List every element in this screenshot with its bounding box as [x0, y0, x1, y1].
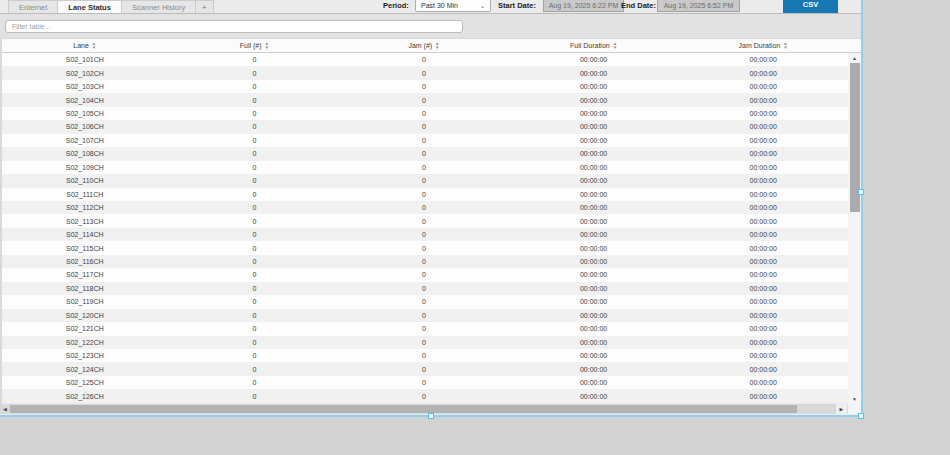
cell-full: 0 — [170, 322, 340, 335]
table-row[interactable]: S02_115CH0000:00:0000:00:00 — [0, 241, 848, 254]
cell-jam_duration: 00:00:00 — [678, 66, 848, 79]
selection-handle-bottom-right[interactable] — [858, 413, 864, 419]
tab-enternet[interactable]: Enternet — [8, 0, 58, 13]
table-row[interactable]: S02_117CH0000:00:0000:00:00 — [0, 268, 848, 281]
cell-jam_duration: 00:00:00 — [678, 201, 848, 214]
period-label: Period: — [383, 0, 409, 12]
cell-jam: 0 — [339, 161, 509, 174]
cell-jam_duration: 00:00:00 — [678, 174, 848, 187]
scroll-left-button[interactable]: ◀ — [0, 404, 10, 414]
table-row[interactable]: S02_125CH0000:00:0000:00:00 — [0, 376, 848, 389]
cell-full: 0 — [170, 201, 340, 214]
cell-full: 0 — [170, 80, 340, 93]
table-row[interactable]: S02_119CH0000:00:0000:00:00 — [0, 295, 848, 308]
table-row[interactable]: S02_124CH0000:00:0000:00:00 — [0, 362, 848, 375]
table-row[interactable]: S02_126CH0000:00:0000:00:00 — [0, 389, 848, 402]
tab-lane-status[interactable]: Lane Status — [58, 0, 122, 13]
cell-jam: 0 — [339, 188, 509, 201]
cell-lane: S02_104CH — [0, 93, 170, 106]
cell-lane: S02_119CH — [0, 295, 170, 308]
scroll-right-button[interactable]: ▶ — [836, 404, 847, 414]
cell-full: 0 — [170, 362, 340, 375]
table-row[interactable]: S02_101CH0000:00:0000:00:00 — [0, 53, 848, 66]
horizontal-scrollbar[interactable]: ◀ ▶ — [0, 404, 848, 414]
table-row[interactable]: S02_113CH0000:00:0000:00:00 — [0, 214, 848, 227]
end-date-label: End Date: — [621, 0, 656, 12]
horizontal-scrollbar-thumb[interactable] — [10, 405, 797, 413]
cell-jam_duration: 00:00:00 — [678, 241, 848, 254]
vertical-scrollbar[interactable]: ▲ ▼ — [848, 53, 861, 404]
table-row[interactable]: S02_105CH0000:00:0000:00:00 — [0, 107, 848, 120]
cell-jam: 0 — [339, 80, 509, 93]
column-header-lane[interactable]: Lane▲▼ — [0, 39, 170, 52]
cell-jam_duration: 00:00:00 — [678, 268, 848, 281]
table-row[interactable]: S02_106CH0000:00:0000:00:00 — [0, 120, 848, 133]
table-row[interactable]: S02_116CH0000:00:0000:00:00 — [0, 255, 848, 268]
cell-full_duration: 00:00:00 — [509, 201, 679, 214]
table-row[interactable]: S02_112CH0000:00:0000:00:00 — [0, 201, 848, 214]
cell-full_duration: 00:00:00 — [509, 134, 679, 147]
scroll-up-button[interactable]: ▲ — [848, 53, 861, 63]
table-row[interactable]: S02_118CH0000:00:0000:00:00 — [0, 282, 848, 295]
table-row[interactable]: S02_123CH0000:00:0000:00:00 — [0, 349, 848, 362]
arrow-right-icon: ▶ — [840, 406, 844, 412]
cell-full: 0 — [170, 66, 340, 79]
selection-handle-bottom-center[interactable] — [428, 413, 434, 419]
table-row[interactable]: S02_114CH0000:00:0000:00:00 — [0, 228, 848, 241]
period-select[interactable]: Past 30 Min ⌄ — [415, 0, 491, 12]
cell-jam_duration: 00:00:00 — [678, 255, 848, 268]
start-date-field[interactable]: Aug 19, 2025 6:22 PM — [543, 0, 624, 12]
column-header-jam[interactable]: Jam (#)▲▼ — [339, 39, 509, 52]
sort-icon: ▲▼ — [435, 42, 439, 48]
table-header-row: Lane▲▼Full (#)▲▼Jam (#)▲▼Full Duration▲▼… — [0, 39, 848, 52]
table-row[interactable]: S02_103CH0000:00:0000:00:00 — [0, 80, 848, 93]
cell-jam: 0 — [339, 107, 509, 120]
table-row[interactable]: S02_104CH0000:00:0000:00:00 — [0, 93, 848, 106]
cell-jam: 0 — [339, 282, 509, 295]
cell-jam_duration: 00:00:00 — [678, 376, 848, 389]
add-tab-button[interactable]: + — [196, 0, 213, 13]
arrow-down-icon: ▼ — [852, 396, 857, 402]
filter-table-input[interactable] — [5, 20, 463, 33]
table-row[interactable]: S02_107CH0000:00:0000:00:00 — [0, 134, 848, 147]
table-row[interactable]: S02_121CH0000:00:0000:00:00 — [0, 322, 848, 335]
cell-full: 0 — [170, 309, 340, 322]
cell-jam_duration: 00:00:00 — [678, 93, 848, 106]
table-row[interactable]: S02_108CH0000:00:0000:00:00 — [0, 147, 848, 160]
arrow-up-icon: ▲ — [852, 55, 857, 61]
end-date-field[interactable]: Aug 19, 2025 6:52 PM — [657, 0, 740, 12]
column-header-full_duration[interactable]: Full Duration▲▼ — [509, 39, 679, 52]
cell-jam: 0 — [339, 295, 509, 308]
table-row[interactable]: S02_122CH0000:00:0000:00:00 — [0, 336, 848, 349]
cell-lane: S02_114CH — [0, 228, 170, 241]
table-row[interactable]: S02_109CH0000:00:0000:00:00 — [0, 161, 848, 174]
cell-full_duration: 00:00:00 — [509, 66, 679, 79]
cell-full: 0 — [170, 134, 340, 147]
cell-full_duration: 00:00:00 — [509, 80, 679, 93]
cell-lane: S02_121CH — [0, 322, 170, 335]
column-header-jam_duration[interactable]: Jam Duration▲▼ — [678, 39, 848, 52]
scroll-down-button[interactable]: ▼ — [848, 394, 861, 404]
cell-jam: 0 — [339, 147, 509, 160]
cell-full: 0 — [170, 376, 340, 389]
column-header-full[interactable]: Full (#)▲▼ — [170, 39, 340, 52]
cell-full: 0 — [170, 120, 340, 133]
column-header-label: Lane — [73, 42, 89, 49]
cell-full_duration: 00:00:00 — [509, 228, 679, 241]
cell-jam: 0 — [339, 322, 509, 335]
table-body: S02_101CH0000:00:0000:00:00S02_102CH0000… — [0, 53, 848, 404]
table-row[interactable]: S02_102CH0000:00:0000:00:00 — [0, 66, 848, 79]
table-row[interactable]: S02_110CH0000:00:0000:00:00 — [0, 174, 848, 187]
selection-handle-right-middle[interactable] — [858, 189, 864, 195]
cell-jam_duration: 00:00:00 — [678, 282, 848, 295]
cell-full: 0 — [170, 174, 340, 187]
table-row[interactable]: S02_120CH0000:00:0000:00:00 — [0, 309, 848, 322]
filter-toolbar — [0, 14, 862, 38]
export-csv-button[interactable]: Export to CSV — [783, 0, 838, 13]
cell-full_duration: 00:00:00 — [509, 295, 679, 308]
table-row[interactable]: S02_111CH0000:00:0000:00:00 — [0, 188, 848, 201]
cell-lane: S02_120CH — [0, 309, 170, 322]
tab-scanner-history[interactable]: Scanner History — [122, 0, 196, 13]
cell-jam_duration: 00:00:00 — [678, 188, 848, 201]
cell-full_duration: 00:00:00 — [509, 241, 679, 254]
